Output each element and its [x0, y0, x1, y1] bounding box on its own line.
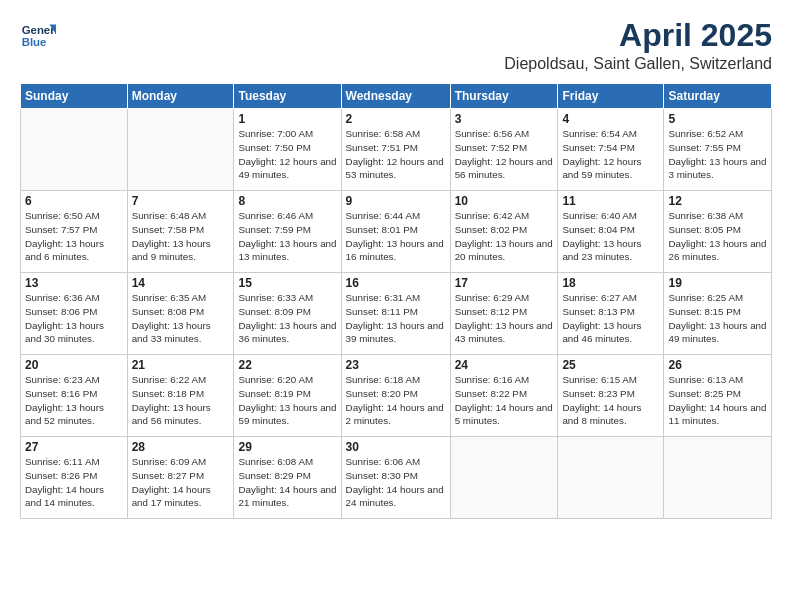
- day-number: 7: [132, 194, 230, 208]
- calendar-cell: [450, 437, 558, 519]
- page-subtitle: Diepoldsau, Saint Gallen, Switzerland: [504, 55, 772, 73]
- calendar-cell: 9Sunrise: 6:44 AMSunset: 8:01 PMDaylight…: [341, 191, 450, 273]
- weekday-header: Tuesday: [234, 84, 341, 109]
- day-detail: Sunrise: 6:33 AMSunset: 8:09 PMDaylight:…: [238, 291, 336, 346]
- day-detail: Sunrise: 6:15 AMSunset: 8:23 PMDaylight:…: [562, 373, 659, 428]
- calendar-cell: 7Sunrise: 6:48 AMSunset: 7:58 PMDaylight…: [127, 191, 234, 273]
- calendar-cell: 11Sunrise: 6:40 AMSunset: 8:04 PMDayligh…: [558, 191, 664, 273]
- calendar-cell: 4Sunrise: 6:54 AMSunset: 7:54 PMDaylight…: [558, 109, 664, 191]
- day-detail: Sunrise: 6:56 AMSunset: 7:52 PMDaylight:…: [455, 127, 554, 182]
- calendar-week-row: 20Sunrise: 6:23 AMSunset: 8:16 PMDayligh…: [21, 355, 772, 437]
- calendar-cell: [21, 109, 128, 191]
- calendar-table: SundayMondayTuesdayWednesdayThursdayFrid…: [20, 83, 772, 519]
- day-detail: Sunrise: 6:58 AMSunset: 7:51 PMDaylight:…: [346, 127, 446, 182]
- calendar-cell: 27Sunrise: 6:11 AMSunset: 8:26 PMDayligh…: [21, 437, 128, 519]
- calendar-cell: 28Sunrise: 6:09 AMSunset: 8:27 PMDayligh…: [127, 437, 234, 519]
- day-number: 1: [238, 112, 336, 126]
- calendar-cell: 25Sunrise: 6:15 AMSunset: 8:23 PMDayligh…: [558, 355, 664, 437]
- day-number: 16: [346, 276, 446, 290]
- calendar-week-row: 13Sunrise: 6:36 AMSunset: 8:06 PMDayligh…: [21, 273, 772, 355]
- day-number: 30: [346, 440, 446, 454]
- calendar-cell: 2Sunrise: 6:58 AMSunset: 7:51 PMDaylight…: [341, 109, 450, 191]
- calendar-cell: 18Sunrise: 6:27 AMSunset: 8:13 PMDayligh…: [558, 273, 664, 355]
- calendar-cell: 16Sunrise: 6:31 AMSunset: 8:11 PMDayligh…: [341, 273, 450, 355]
- day-detail: Sunrise: 6:08 AMSunset: 8:29 PMDaylight:…: [238, 455, 336, 510]
- calendar-cell: 29Sunrise: 6:08 AMSunset: 8:29 PMDayligh…: [234, 437, 341, 519]
- day-number: 9: [346, 194, 446, 208]
- day-detail: Sunrise: 6:44 AMSunset: 8:01 PMDaylight:…: [346, 209, 446, 264]
- day-number: 19: [668, 276, 767, 290]
- page-header: General Blue April 2025 Diepoldsau, Sain…: [20, 18, 772, 73]
- day-detail: Sunrise: 6:36 AMSunset: 8:06 PMDaylight:…: [25, 291, 123, 346]
- day-detail: Sunrise: 6:18 AMSunset: 8:20 PMDaylight:…: [346, 373, 446, 428]
- day-number: 26: [668, 358, 767, 372]
- calendar-cell: 1Sunrise: 7:00 AMSunset: 7:50 PMDaylight…: [234, 109, 341, 191]
- logo: General Blue: [20, 18, 56, 54]
- day-detail: Sunrise: 6:38 AMSunset: 8:05 PMDaylight:…: [668, 209, 767, 264]
- calendar-cell: 22Sunrise: 6:20 AMSunset: 8:19 PMDayligh…: [234, 355, 341, 437]
- day-detail: Sunrise: 6:25 AMSunset: 8:15 PMDaylight:…: [668, 291, 767, 346]
- day-number: 22: [238, 358, 336, 372]
- day-number: 5: [668, 112, 767, 126]
- day-number: 20: [25, 358, 123, 372]
- day-number: 3: [455, 112, 554, 126]
- day-number: 6: [25, 194, 123, 208]
- day-number: 24: [455, 358, 554, 372]
- day-number: 23: [346, 358, 446, 372]
- calendar-cell: 19Sunrise: 6:25 AMSunset: 8:15 PMDayligh…: [664, 273, 772, 355]
- day-detail: Sunrise: 6:52 AMSunset: 7:55 PMDaylight:…: [668, 127, 767, 182]
- calendar-cell: 3Sunrise: 6:56 AMSunset: 7:52 PMDaylight…: [450, 109, 558, 191]
- calendar-cell: 8Sunrise: 6:46 AMSunset: 7:59 PMDaylight…: [234, 191, 341, 273]
- calendar-cell: 13Sunrise: 6:36 AMSunset: 8:06 PMDayligh…: [21, 273, 128, 355]
- day-detail: Sunrise: 7:00 AMSunset: 7:50 PMDaylight:…: [238, 127, 336, 182]
- day-number: 29: [238, 440, 336, 454]
- day-number: 2: [346, 112, 446, 126]
- weekday-header: Friday: [558, 84, 664, 109]
- calendar-cell: 23Sunrise: 6:18 AMSunset: 8:20 PMDayligh…: [341, 355, 450, 437]
- page-title: April 2025: [504, 18, 772, 53]
- day-detail: Sunrise: 6:48 AMSunset: 7:58 PMDaylight:…: [132, 209, 230, 264]
- day-number: 21: [132, 358, 230, 372]
- calendar-cell: [558, 437, 664, 519]
- day-detail: Sunrise: 6:22 AMSunset: 8:18 PMDaylight:…: [132, 373, 230, 428]
- calendar-week-row: 1Sunrise: 7:00 AMSunset: 7:50 PMDaylight…: [21, 109, 772, 191]
- weekday-header: Monday: [127, 84, 234, 109]
- day-detail: Sunrise: 6:50 AMSunset: 7:57 PMDaylight:…: [25, 209, 123, 264]
- day-number: 18: [562, 276, 659, 290]
- calendar-cell: 6Sunrise: 6:50 AMSunset: 7:57 PMDaylight…: [21, 191, 128, 273]
- calendar-cell: 14Sunrise: 6:35 AMSunset: 8:08 PMDayligh…: [127, 273, 234, 355]
- calendar-week-row: 6Sunrise: 6:50 AMSunset: 7:57 PMDaylight…: [21, 191, 772, 273]
- day-number: 25: [562, 358, 659, 372]
- calendar-cell: 15Sunrise: 6:33 AMSunset: 8:09 PMDayligh…: [234, 273, 341, 355]
- day-number: 10: [455, 194, 554, 208]
- day-detail: Sunrise: 6:46 AMSunset: 7:59 PMDaylight:…: [238, 209, 336, 264]
- day-number: 12: [668, 194, 767, 208]
- day-number: 8: [238, 194, 336, 208]
- day-detail: Sunrise: 6:06 AMSunset: 8:30 PMDaylight:…: [346, 455, 446, 510]
- day-detail: Sunrise: 6:40 AMSunset: 8:04 PMDaylight:…: [562, 209, 659, 264]
- weekday-header: Wednesday: [341, 84, 450, 109]
- title-block: April 2025 Diepoldsau, Saint Gallen, Swi…: [504, 18, 772, 73]
- day-number: 14: [132, 276, 230, 290]
- day-detail: Sunrise: 6:35 AMSunset: 8:08 PMDaylight:…: [132, 291, 230, 346]
- calendar-cell: 17Sunrise: 6:29 AMSunset: 8:12 PMDayligh…: [450, 273, 558, 355]
- calendar-header-row: SundayMondayTuesdayWednesdayThursdayFrid…: [21, 84, 772, 109]
- calendar-cell: 24Sunrise: 6:16 AMSunset: 8:22 PMDayligh…: [450, 355, 558, 437]
- day-number: 28: [132, 440, 230, 454]
- day-number: 11: [562, 194, 659, 208]
- svg-text:Blue: Blue: [22, 36, 47, 48]
- day-detail: Sunrise: 6:13 AMSunset: 8:25 PMDaylight:…: [668, 373, 767, 428]
- day-detail: Sunrise: 6:31 AMSunset: 8:11 PMDaylight:…: [346, 291, 446, 346]
- day-number: 13: [25, 276, 123, 290]
- day-detail: Sunrise: 6:11 AMSunset: 8:26 PMDaylight:…: [25, 455, 123, 510]
- calendar-cell: 5Sunrise: 6:52 AMSunset: 7:55 PMDaylight…: [664, 109, 772, 191]
- logo-icon: General Blue: [20, 18, 56, 54]
- calendar-cell: [127, 109, 234, 191]
- calendar-week-row: 27Sunrise: 6:11 AMSunset: 8:26 PMDayligh…: [21, 437, 772, 519]
- weekday-header: Saturday: [664, 84, 772, 109]
- calendar-cell: 21Sunrise: 6:22 AMSunset: 8:18 PMDayligh…: [127, 355, 234, 437]
- day-detail: Sunrise: 6:42 AMSunset: 8:02 PMDaylight:…: [455, 209, 554, 264]
- calendar-cell: 10Sunrise: 6:42 AMSunset: 8:02 PMDayligh…: [450, 191, 558, 273]
- calendar-cell: 26Sunrise: 6:13 AMSunset: 8:25 PMDayligh…: [664, 355, 772, 437]
- weekday-header: Thursday: [450, 84, 558, 109]
